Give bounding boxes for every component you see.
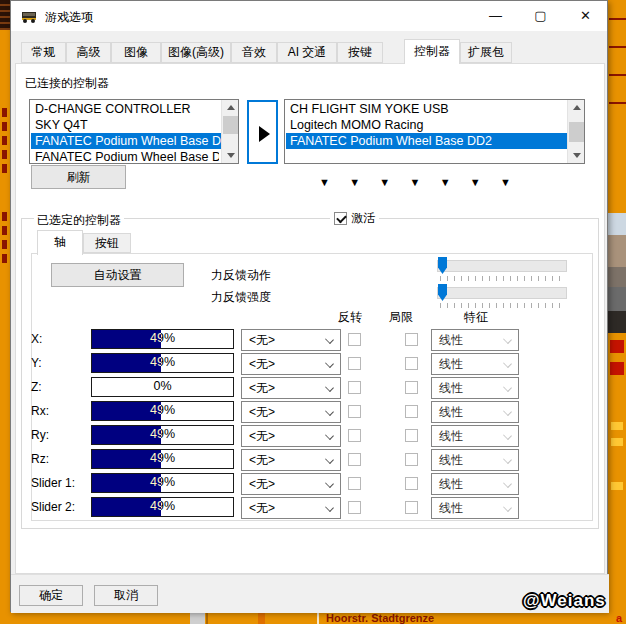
characteristic-dropdown[interactable]: 线性 xyxy=(431,377,519,399)
characteristic-dropdown[interactable]: 线性 xyxy=(431,497,519,519)
limit-checkbox[interactable] xyxy=(405,381,418,394)
limit-checkbox[interactable] xyxy=(405,405,418,418)
limit-checkbox[interactable] xyxy=(405,357,418,370)
axis-assignment-dropdown[interactable]: <无> xyxy=(241,473,341,495)
tab-ai-traffic[interactable]: AI 交通 xyxy=(277,42,337,63)
tab-advanced[interactable]: 高级 xyxy=(66,42,111,63)
scrollbar-up-icon[interactable] xyxy=(568,100,585,115)
limit-checkbox[interactable] xyxy=(405,429,418,442)
ff-action-slider-track[interactable] xyxy=(437,260,567,272)
connected-controllers-label: 已连接的控制器 xyxy=(25,75,109,92)
scrollbar-down-icon[interactable] xyxy=(568,148,585,163)
characteristic-dropdown[interactable]: 线性 xyxy=(431,353,519,375)
axis-assignment-dropdown[interactable]: <无> xyxy=(241,329,341,351)
dropdown-value: <无> xyxy=(249,501,275,515)
ok-button[interactable]: 确定 xyxy=(19,585,83,606)
cancel-button[interactable]: 取消 xyxy=(94,585,158,606)
ff-strength-slider-track[interactable] xyxy=(437,287,567,299)
axis-progress-bar: 49% 49% xyxy=(91,425,234,445)
ff-action-slider-ticks xyxy=(440,276,566,281)
scrollbar[interactable] xyxy=(567,100,584,163)
invert-checkbox[interactable] xyxy=(348,453,361,466)
list-item[interactable]: FANATEC Podium Wheel Base D xyxy=(31,149,219,164)
list-item-selected[interactable]: FANATEC Podium Wheel Base D xyxy=(31,133,222,149)
background-yellow-text xyxy=(611,438,623,446)
scrollbar-thumb[interactable] xyxy=(569,122,584,142)
chevron-down-icon xyxy=(325,383,334,392)
list-item[interactable]: D-CHANGE CONTROLLER xyxy=(31,101,219,117)
invert-checkbox[interactable] xyxy=(348,405,361,418)
limit-checkbox[interactable] xyxy=(405,477,418,490)
down-arrow-icon: ▼ xyxy=(349,176,360,188)
watermark: @Weians xyxy=(523,591,606,611)
invert-checkbox[interactable] xyxy=(348,357,361,370)
invert-checkbox[interactable] xyxy=(348,501,361,514)
axis-assignment-dropdown[interactable]: <无> xyxy=(241,401,341,423)
column-header-invert: 反转 xyxy=(333,309,367,326)
tab-addons[interactable]: 扩展包 xyxy=(460,42,512,63)
axis-assignment-dropdown[interactable]: <无> xyxy=(241,377,341,399)
chevron-down-icon xyxy=(325,359,334,368)
tab-keys[interactable]: 按键 xyxy=(337,42,383,63)
limit-checkbox[interactable] xyxy=(405,333,418,346)
invert-checkbox[interactable] xyxy=(348,477,361,490)
activate-checkbox[interactable] xyxy=(334,212,347,225)
limit-checkbox[interactable] xyxy=(405,453,418,466)
screen: Hoorstr. Stadtgrenze a 游戏选项 — ▢ ✕ 常规 高级 … xyxy=(0,0,626,624)
list-item[interactable]: Logitech MOMO Racing xyxy=(286,117,565,133)
list-item[interactable]: SKY Q4T xyxy=(31,117,219,133)
assigned-controllers-list[interactable]: CH FLIGHT SIM YOKE USB Logitech MOMO Rac… xyxy=(284,99,585,164)
axis-row-slider1: Slider 1: 49% 49% <无> 线性 xyxy=(11,473,609,495)
list-item[interactable]: CH FLIGHT SIM YOKE USB xyxy=(286,101,565,117)
characteristic-dropdown[interactable]: 线性 xyxy=(431,329,519,351)
limit-checkbox[interactable] xyxy=(405,501,418,514)
tab-buttons[interactable]: 按钮 xyxy=(83,233,131,253)
activate-control[interactable]: 激活 xyxy=(330,211,379,226)
tab-sound[interactable]: 音效 xyxy=(231,42,277,63)
invert-checkbox[interactable] xyxy=(348,381,361,394)
axis-assignment-dropdown[interactable]: <无> xyxy=(241,353,341,375)
tab-controller[interactable]: 控制器 xyxy=(404,39,460,64)
characteristic-dropdown[interactable]: 线性 xyxy=(431,401,519,423)
background-yellow-text xyxy=(611,482,623,490)
list-item-selected[interactable]: FANATEC Podium Wheel Base DD2 xyxy=(286,133,568,149)
dropdown-value: 线性 xyxy=(439,429,463,443)
scrollbar[interactable] xyxy=(221,100,238,163)
axis-row-rz: Rz: 49% 49% <无> 线性 xyxy=(11,449,609,471)
dropdown-value: <无> xyxy=(249,477,275,491)
force-feedback-strength-label: 力反馈强度 xyxy=(211,289,271,306)
refresh-button[interactable]: 刷新 xyxy=(31,165,126,189)
connected-controllers-list[interactable]: D-CHANGE CONTROLLER SKY Q4T FANATEC Podi… xyxy=(29,99,239,164)
scrollbar-up-icon[interactable] xyxy=(222,100,239,115)
chevron-down-icon xyxy=(503,407,512,416)
chevron-down-icon xyxy=(325,479,334,488)
force-feedback-action-label: 力反馈动作 xyxy=(211,267,271,284)
tab-axis[interactable]: 轴 xyxy=(37,230,83,255)
chevron-down-icon xyxy=(325,503,334,512)
background-menu-edge xyxy=(0,0,10,30)
axis-assignment-dropdown[interactable]: <无> xyxy=(241,425,341,447)
scrollbar-down-icon[interactable] xyxy=(222,148,239,163)
scrollbar-thumb[interactable] xyxy=(223,116,238,134)
tab-graphics[interactable]: 图像 xyxy=(111,42,161,63)
auto-setup-button[interactable]: 自动设置 xyxy=(51,263,184,287)
minimize-button[interactable]: — xyxy=(473,1,518,31)
invert-checkbox[interactable] xyxy=(348,429,361,442)
characteristic-dropdown[interactable]: 线性 xyxy=(431,449,519,471)
close-button[interactable]: ✕ xyxy=(563,1,608,31)
maximize-button[interactable]: ▢ xyxy=(518,1,563,31)
tab-graphics-advanced[interactable]: 图像(高级) xyxy=(161,42,231,63)
background-bottom-divider xyxy=(317,612,319,624)
dropdown-value: 线性 xyxy=(439,381,463,395)
axis-assignment-dropdown[interactable]: <无> xyxy=(241,449,341,471)
down-arrow-icon: ▼ xyxy=(410,176,421,188)
assign-controller-button[interactable] xyxy=(247,100,278,164)
title-bar[interactable]: 游戏选项 — ▢ ✕ xyxy=(11,1,607,31)
arrow-indicator-row: ▼ ▼ ▼ ▼ ▼ ▼ ▼ xyxy=(319,176,511,188)
invert-checkbox[interactable] xyxy=(348,333,361,346)
axis-assignment-dropdown[interactable]: <无> xyxy=(241,497,341,519)
background-list-line xyxy=(609,102,626,104)
characteristic-dropdown[interactable]: 线性 xyxy=(431,425,519,447)
characteristic-dropdown[interactable]: 线性 xyxy=(431,473,519,495)
tab-general[interactable]: 常规 xyxy=(21,42,66,63)
